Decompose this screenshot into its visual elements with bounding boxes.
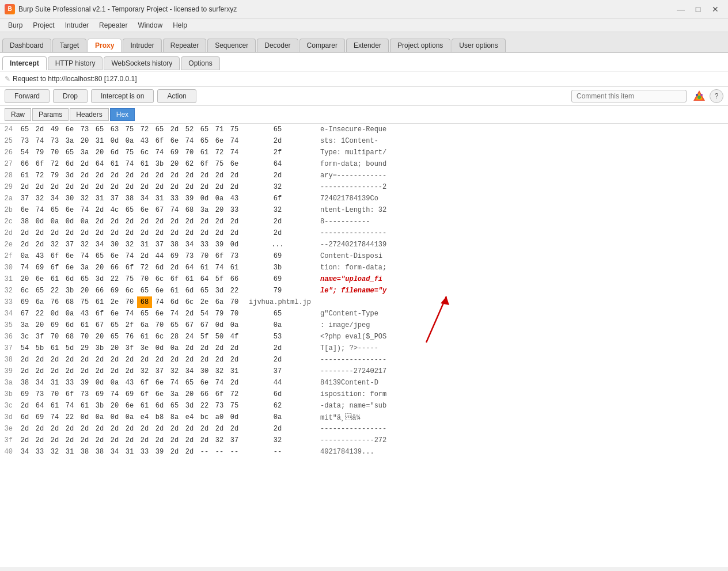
- window-controls[interactable]: — □ ✕: [673, 1, 723, 17]
- hex-cell[interactable]: 72: [137, 124, 152, 135]
- hex-cell[interactable]: 34: [92, 239, 107, 250]
- hex-cell[interactable]: 70: [137, 273, 152, 285]
- hex-cell[interactable]: 3a: [62, 135, 77, 147]
- hex-cell[interactable]: 32: [212, 435, 227, 446]
- hex-cell[interactable]: 39: [212, 239, 227, 250]
- hex-cell[interactable]: 2d: [32, 124, 47, 135]
- hex-cell[interactable]: 2d: [152, 170, 167, 181]
- hex-cell[interactable]: 2d: [167, 435, 182, 446]
- hex-cell[interactable]: 75: [227, 400, 242, 412]
- hex-cell[interactable]: 3d: [182, 400, 197, 412]
- hex-cell[interactable]: 53: [242, 331, 313, 342]
- hex-cell[interactable]: 70: [152, 319, 167, 331]
- hex-cell[interactable]: 32: [47, 446, 62, 458]
- hex-cell[interactable]: 2d: [197, 181, 212, 193]
- hex-cell[interactable]: 69: [167, 250, 182, 262]
- hex-cell[interactable]: 65: [197, 285, 212, 296]
- hex-cell[interactable]: 31: [152, 193, 167, 204]
- hex-cell[interactable]: 2d: [182, 181, 197, 193]
- hex-cell[interactable]: 22: [197, 400, 212, 412]
- hex-cell[interactable]: 75: [122, 273, 137, 285]
- hex-cell[interactable]: 3d: [212, 285, 227, 296]
- hex-cell[interactable]: 0a: [242, 412, 313, 423]
- hex-cell[interactable]: 66: [197, 389, 212, 400]
- hex-cell[interactable]: 5d: [62, 342, 77, 354]
- hex-cell[interactable]: 67: [92, 319, 107, 331]
- hex-cell[interactable]: 2d: [92, 170, 107, 181]
- hex-cell[interactable]: 2d: [137, 435, 152, 446]
- hex-cell[interactable]: 34: [182, 239, 197, 250]
- hex-cell[interactable]: 2d: [17, 400, 32, 412]
- hex-cell[interactable]: 43: [122, 377, 137, 389]
- hex-cell[interactable]: 74: [122, 158, 137, 170]
- hex-cell[interactable]: 6e: [62, 204, 77, 216]
- hex-cell[interactable]: 3c: [17, 331, 32, 342]
- hex-cell[interactable]: 72: [47, 158, 62, 170]
- hex-cell[interactable]: 64: [32, 400, 47, 412]
- hex-cell[interactable]: 2d: [182, 216, 197, 227]
- hex-cell[interactable]: 2d: [77, 158, 92, 170]
- hex-cell[interactable]: --: [242, 446, 313, 458]
- hex-cell[interactable]: 74: [227, 147, 242, 158]
- hex-cell[interactable]: 73: [77, 389, 92, 400]
- hex-cell[interactable]: 0d: [92, 377, 107, 389]
- hex-cell[interactable]: 0a: [77, 216, 92, 227]
- hex-cell[interactable]: 69: [242, 273, 313, 285]
- menu-item-project[interactable]: Project: [28, 20, 59, 31]
- hex-cell[interactable]: 2d: [77, 366, 92, 377]
- hex-cell[interactable]: 71: [212, 124, 227, 135]
- hex-cell[interactable]: 0a: [227, 319, 242, 331]
- hex-cell[interactable]: 0a: [17, 250, 32, 262]
- hex-cell[interactable]: 3b: [242, 262, 313, 273]
- hex-cell[interactable]: 6c: [122, 285, 137, 296]
- hex-cell[interactable]: 6d: [152, 262, 167, 273]
- hex-cell[interactable]: 2d: [17, 239, 32, 250]
- subtab-http-history[interactable]: HTTP history: [48, 56, 103, 70]
- hex-cell[interactable]: 79: [32, 147, 47, 158]
- hex-cell[interactable]: 2d: [152, 435, 167, 446]
- hex-cell[interactable]: 29: [77, 342, 92, 354]
- hex-cell[interactable]: 61: [77, 319, 92, 331]
- hex-cell[interactable]: 6f: [62, 389, 77, 400]
- hex-cell[interactable]: 73: [227, 250, 242, 262]
- hex-cell[interactable]: 50: [212, 331, 227, 342]
- hex-cell[interactable]: 33: [32, 446, 47, 458]
- hex-cell[interactable]: 2d: [62, 435, 77, 446]
- hex-cell[interactable]: 2d: [17, 227, 32, 239]
- hex-cell[interactable]: 2d: [47, 423, 62, 435]
- hex-cell[interactable]: 69: [107, 285, 122, 296]
- hex-cell[interactable]: 3b: [92, 342, 107, 354]
- hex-cell[interactable]: 34: [182, 366, 197, 377]
- hex-cell[interactable]: 2d: [167, 423, 182, 435]
- hex-cell[interactable]: 38: [167, 239, 182, 250]
- hex-cell[interactable]: 34: [137, 193, 152, 204]
- hex-cell[interactable]: 0d: [62, 216, 77, 227]
- hex-cell[interactable]: 69: [17, 389, 32, 400]
- hex-cell[interactable]: 74: [77, 204, 92, 216]
- hex-cell[interactable]: 2d: [182, 227, 197, 239]
- hex-cell[interactable]: 22: [107, 273, 122, 285]
- hex-cell[interactable]: 69: [122, 389, 137, 400]
- hex-cell[interactable]: 22: [62, 412, 77, 423]
- hex-cell[interactable]: 2d: [227, 181, 242, 193]
- hex-cell[interactable]: 65: [92, 250, 107, 262]
- hex-cell[interactable]: 61: [107, 158, 122, 170]
- viewtab-hex[interactable]: Hex: [110, 108, 135, 121]
- hex-cell[interactable]: 65: [242, 124, 313, 135]
- hex-cell[interactable]: 20: [92, 147, 107, 158]
- hex-cell[interactable]: 2d: [122, 170, 137, 181]
- hex-cell[interactable]: 61: [17, 170, 32, 181]
- hex-cell[interactable]: 67: [17, 308, 32, 319]
- hex-cell[interactable]: 4f: [227, 331, 242, 342]
- hex-cell[interactable]: 2d: [167, 446, 182, 458]
- hex-cell[interactable]: 0d: [47, 308, 62, 319]
- hex-cell[interactable]: 54: [197, 308, 212, 319]
- hex-cell[interactable]: 2d: [77, 423, 92, 435]
- hex-cell[interactable]: 2d: [197, 342, 212, 354]
- hex-cell[interactable]: 2d: [77, 181, 92, 193]
- hex-cell[interactable]: 2d: [242, 135, 313, 147]
- hex-cell[interactable]: 20: [212, 204, 227, 216]
- hex-cell[interactable]: 61: [197, 262, 212, 273]
- hex-cell[interactable]: 6e: [152, 377, 167, 389]
- hex-cell[interactable]: 6d: [107, 147, 122, 158]
